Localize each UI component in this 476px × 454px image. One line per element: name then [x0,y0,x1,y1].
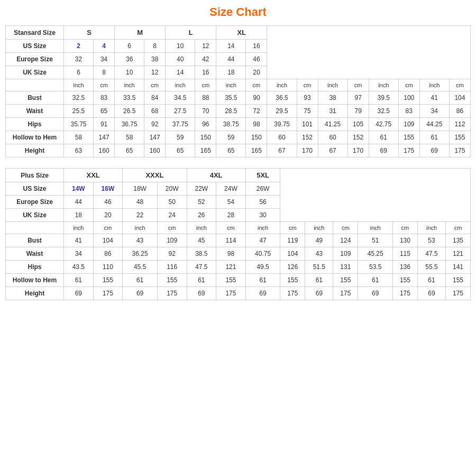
plus-waist-1: 86 [93,247,123,261]
plus-waist-7: 104 [280,247,305,261]
plus-hollow-3: 155 [157,274,187,287]
plus-eu-54: 54 [216,196,246,209]
plus-hollow-6: 61 [245,274,280,287]
height-row: Height 63 160 65 160 65 165 65 165 67 17… [6,144,471,157]
5xl-header: 5XL [245,169,280,182]
std-sh-8: inch [267,79,297,91]
plus-bust-1: 104 [93,234,123,247]
std-sh-12: inch [369,79,398,91]
std-sh-0: inch [64,79,94,91]
plus-uk-18: 18 [64,209,94,222]
plus-bust-5: 114 [216,234,246,247]
europe-size-label: Europe Size [6,53,64,66]
hollow-14: 61 [419,131,449,144]
hollow-0: 58 [64,131,94,144]
plus-size-table: Plus Size XXL XXXL 4XL 5XL US Size 14W 1… [5,168,471,300]
hips-7: 98 [246,118,267,131]
uk-18: 18 [216,66,246,79]
std-sh-7: cm [246,79,267,91]
plus-hips-1: 110 [93,261,123,274]
plus-us-24w: 24W [216,182,246,196]
plus-hollow-7: 155 [280,274,305,287]
us-8: 8 [144,40,166,53]
plus-size-section: Plus Size XXL XXXL 4XL 5XL US Size 14W 1… [5,168,471,300]
plus-hollow-8: 61 [305,274,333,287]
hips-1: 91 [94,118,115,131]
bust-15: 104 [449,91,470,105]
hips-13: 109 [398,118,419,131]
plus-hollow-11: 155 [392,274,417,287]
plus-eu-56: 56 [245,196,280,209]
plus-hollow-1: 155 [93,274,123,287]
hips-3: 92 [144,118,166,131]
plus-bust-13: 135 [446,234,471,247]
waist-1: 65 [94,105,115,118]
bust-label: Bust [6,91,64,105]
hollow-label: Hollow to Hem [6,131,64,144]
plus-eu-48: 48 [123,196,158,209]
plus-hips-label: Hips [6,261,64,274]
hips-label: Hips [6,118,64,131]
plus-bust-row: Bust 41 104 43 109 45 114 47 119 49 124 … [6,234,471,247]
waist-14: 34 [419,105,449,118]
plus-us-20w: 20W [157,182,187,196]
height-14: 69 [419,144,449,157]
plus-sh-4: inch [187,222,216,234]
plus-uk-label: UK Size [6,209,64,222]
plus-bust-11: 130 [392,234,417,247]
plus-hollow-label: Hollow to Hem [6,274,64,287]
waist-0: 25.5 [64,105,94,118]
hips-12: 42.75 [369,118,398,131]
std-sh-1: cm [94,79,115,91]
bust-2: 33.5 [115,91,144,105]
plus-height-0: 69 [64,287,94,300]
page-title: Size Chart [5,5,471,19]
4xl-header: 4XL [187,169,245,182]
hips-row: Hips 35.75 91 36.75 92 37.75 96 38.75 98… [6,118,471,131]
hollow-3: 147 [144,131,166,144]
plus-hips-9: 131 [333,261,358,274]
std-sh-15: cm [449,79,470,91]
hips-6: 38.75 [216,118,246,131]
us-size-label: US Size [6,40,64,53]
uk-6: 6 [64,66,94,79]
height-3: 160 [144,144,166,157]
height-5: 165 [195,144,216,157]
uk-20: 20 [246,66,267,79]
plus-height-8: 69 [305,287,333,300]
plus-height-3: 175 [157,287,187,300]
plus-waist-13: 121 [446,247,471,261]
bust-8: 36.5 [267,91,297,105]
waist-12: 32.5 [369,105,398,118]
uk-10: 10 [115,66,144,79]
waist-row: Waist 25.5 65 26.5 68 27.5 70 28.5 72 29… [6,105,471,118]
plus-hollow-13: 155 [446,274,471,287]
waist-11: 79 [347,105,369,118]
hollow-13: 155 [398,131,419,144]
plus-uk-24: 24 [157,209,187,222]
std-sh-2: inch [115,79,144,91]
plus-waist-6: 40.75 [245,247,280,261]
plus-hollow-12: 61 [417,274,445,287]
us-6: 6 [115,40,144,53]
hollow-10: 60 [318,131,347,144]
uk-8: 8 [94,66,115,79]
hips-0: 35.75 [64,118,94,131]
plus-waist-2: 36.25 [123,247,158,261]
plus-sh-12: inch [417,222,445,234]
bust-9: 93 [297,91,318,105]
plus-hips-4: 47.5 [187,261,216,274]
height-12: 69 [369,144,398,157]
bust-row: Bust 32.5 83 33.5 84 34.5 88 35.5 90 36.… [6,91,471,105]
hips-9: 101 [297,118,318,131]
height-label: Height [6,144,64,157]
plus-waist-row: Waist 34 86 36.25 92 38.5 98 40.75 104 4… [6,247,471,261]
height-8: 67 [267,144,297,157]
hips-4: 37.75 [166,118,195,131]
height-11: 170 [347,144,369,157]
xxl-header: XXL [64,169,123,182]
standard-size-table: Stansard Size S M L XL US Size 2 4 6 8 1… [5,25,471,157]
height-2: 65 [115,144,144,157]
plus-height-row: Height 69 175 69 175 69 175 69 175 69 17… [6,287,471,300]
hips-15: 112 [449,118,470,131]
